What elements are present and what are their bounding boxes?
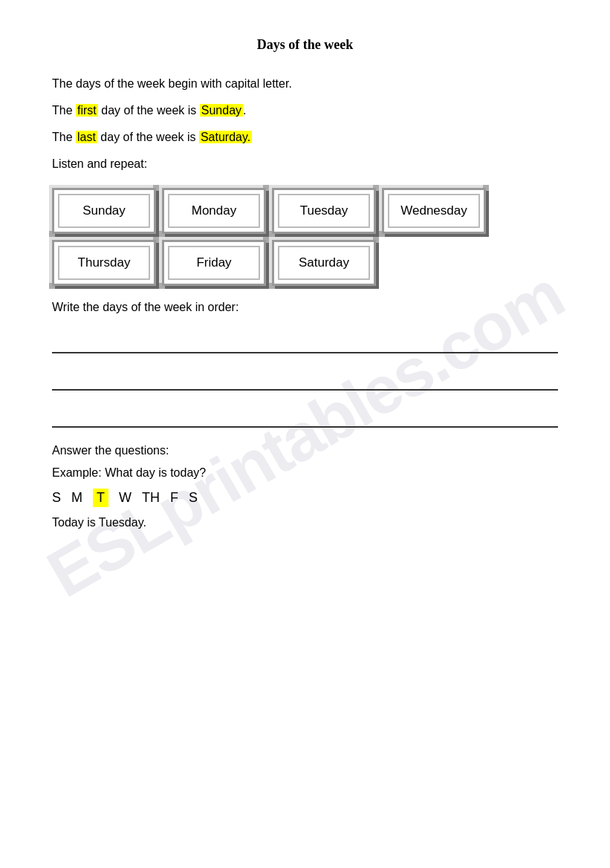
highlight-sunday: Sunday xyxy=(200,104,243,117)
highlight-last: last xyxy=(76,131,97,143)
highlight-first: first xyxy=(76,104,98,117)
abbrev-f: F xyxy=(170,490,178,506)
abbrev-row: S M T W TH F S xyxy=(52,489,558,507)
abbrev-t-highlighted: T xyxy=(93,489,108,507)
day-box-wednesday: Wednesday xyxy=(382,188,486,234)
example-question: Example: What day is today? xyxy=(52,466,558,480)
write-section: Write the days of the week in order: xyxy=(52,301,558,428)
write-line-1[interactable] xyxy=(52,333,558,353)
day-box-friday: Friday xyxy=(162,240,266,286)
day-box-monday: Monday xyxy=(162,188,266,234)
write-label: Write the days of the week in order: xyxy=(52,301,558,314)
highlight-saturday: Saturday. xyxy=(199,131,252,143)
abbrev-s2: S xyxy=(189,490,198,506)
day-box-sunday: Sunday xyxy=(52,188,156,234)
day-box-tuesday: Tuesday xyxy=(272,188,376,234)
page-title: Days of the week xyxy=(52,37,558,53)
abbrev-w: W xyxy=(119,490,132,506)
answer-questions-label: Answer the questions: xyxy=(52,444,558,457)
write-line-3[interactable] xyxy=(52,407,558,428)
write-line-2[interactable] xyxy=(52,370,558,391)
abbrev-th: TH xyxy=(142,490,160,506)
days-grid: Sunday Monday Tuesday Wednesday Thursday… xyxy=(52,188,558,286)
abbrev-s1: S xyxy=(52,490,61,506)
intro-line-3: The last day of the week is Saturday. xyxy=(52,128,558,146)
intro-line-1: The days of the week begin with capital … xyxy=(52,75,558,93)
answer-section: Answer the questions: Example: What day … xyxy=(52,444,558,529)
abbrev-m: M xyxy=(71,490,82,506)
listen-label: Listen and repeat: xyxy=(52,155,558,173)
intro-line-2: The first day of the week is Sunday. xyxy=(52,102,558,120)
day-box-thursday: Thursday xyxy=(52,240,156,286)
today-answer: Today is Tuesday. xyxy=(52,516,558,529)
day-box-saturday: Saturday xyxy=(272,240,376,286)
